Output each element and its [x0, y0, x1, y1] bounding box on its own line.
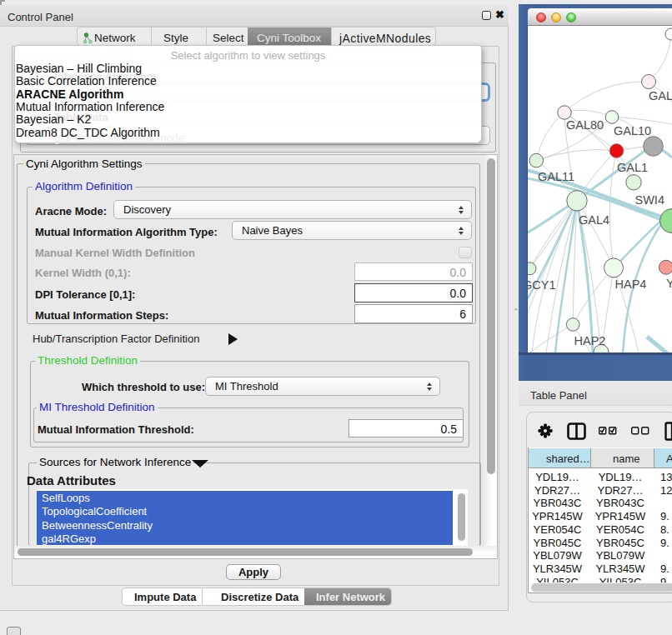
svg-text:GAL4: GAL4 — [579, 213, 609, 227]
svg-text:GAL80: GAL80 — [566, 118, 604, 132]
svg-text:SWI4: SWI4 — [635, 193, 664, 207]
svg-text:HAP2: HAP2 — [574, 334, 606, 348]
svg-text:GAL10: GAL10 — [614, 124, 651, 138]
svg-text:GAL11: GAL11 — [538, 170, 574, 183]
svg-text:GAL1: GAL1 — [617, 161, 648, 174]
svg-text:Y: Y — [666, 277, 672, 290]
svg-text:HAP4: HAP4 — [615, 278, 647, 291]
svg-text:GAL: GAL — [649, 89, 672, 102]
svg-text:GCY1: GCY1 — [528, 278, 556, 292]
